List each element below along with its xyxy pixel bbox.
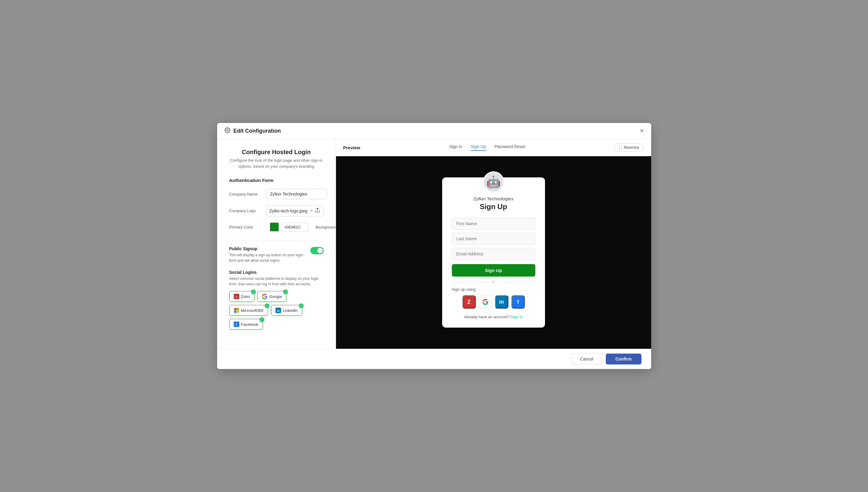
already-account-label: Already have an account? (464, 315, 509, 319)
google-check-badge: ✓ (283, 290, 288, 294)
preview-lastname-input[interactable] (452, 233, 535, 245)
facebook-button[interactable]: ✓ f Facebook (229, 319, 263, 330)
linkedin-label: LinkedIn (283, 308, 298, 313)
preview-content: 🤖 Zylker Technologies Sign Up Sign Up or (336, 156, 651, 349)
primary-color-swatch[interactable] (270, 222, 279, 231)
maximize-button[interactable]: Maximize (614, 143, 644, 152)
preview-social-icons: Z in f (463, 295, 525, 309)
preview-email-input[interactable] (452, 248, 535, 260)
logo-clear-button[interactable]: × (310, 208, 313, 213)
maximize-icon (619, 146, 623, 149)
edit-configuration-modal: Edit Configuration × Configure Hosted Lo… (217, 123, 651, 369)
facebook-check-badge: ✓ (259, 317, 264, 322)
modal-header: Edit Configuration × (217, 123, 651, 139)
avatar: 🤖 (483, 171, 504, 193)
linkedin-button[interactable]: ✓ in LinkedIn (271, 305, 302, 316)
public-signup-row: Public Signup This will display a sign-u… (229, 246, 324, 263)
svg-text:in: in (277, 309, 279, 313)
logo-input-wrapper: Zylke-tech-logo.jpeg × (266, 205, 324, 216)
preview-zoho-icon[interactable]: Z (463, 295, 476, 309)
zoho-check-badge: ✓ (251, 290, 256, 294)
modal-footer: Cancel Confirm (217, 349, 651, 369)
or-label: or (492, 279, 495, 284)
linkedin-check-badge: ✓ (299, 303, 304, 308)
zoho-icon: Z (234, 294, 239, 299)
confirm-button[interactable]: Confirm (606, 353, 641, 365)
zoho-label: Zoho (241, 294, 250, 299)
already-account-text: Already have an account? Sign In (464, 315, 523, 319)
divider-1 (229, 240, 324, 240)
public-signup-text: Public Signup This will display a sign-u… (229, 246, 310, 263)
social-buttons-group: ✓ Z Zoho ✓ (229, 291, 324, 330)
or-divider: or (452, 279, 535, 284)
preview-google-icon[interactable] (479, 295, 492, 309)
google-button[interactable]: ✓ Google (257, 291, 286, 302)
primary-color-label: Primary Color (229, 225, 262, 229)
modal-overlay: Edit Configuration × Configure Hosted Lo… (0, 0, 868, 492)
preview-signup-button[interactable]: Sign Up (452, 264, 535, 276)
cancel-button[interactable]: Cancel (571, 353, 602, 365)
public-signup-toggle[interactable] (310, 247, 324, 254)
company-name-row: Company Name (229, 189, 324, 199)
maximize-label: Maximize (624, 145, 639, 150)
right-panel: Preview Sign In Sign Up Password Reset M… (336, 139, 651, 349)
company-logo-label: Company Logo (229, 208, 262, 213)
tab-password-reset[interactable]: Password Reset (494, 144, 525, 151)
svg-point-0 (227, 130, 228, 131)
preview-facebook-icon[interactable]: f (511, 295, 525, 309)
facebook-icon: f (234, 322, 239, 327)
company-name-input[interactable] (266, 189, 327, 199)
linkedin-icon: in (276, 308, 281, 313)
social-logins-section: Social Logins Select common social platf… (229, 270, 324, 330)
primary-color-input[interactable] (281, 223, 308, 231)
preview-label: Preview (343, 145, 360, 150)
preview-linkedin-icon[interactable]: in (495, 295, 509, 309)
left-panel: Configure Hosted Login Configure the loo… (217, 139, 336, 349)
social-logins-title: Social Logins (229, 270, 324, 275)
panel-title: Configure Hosted Login (229, 149, 324, 156)
facebook-label: Facebook (241, 322, 258, 327)
svg-text:Z: Z (236, 296, 237, 298)
svg-rect-6 (234, 310, 236, 313)
modal-body: Configure Hosted Login Configure the loo… (217, 139, 651, 349)
modal-title: Edit Configuration (233, 128, 281, 134)
gear-icon (225, 127, 231, 134)
google-label: Google (269, 294, 282, 299)
company-logo-row: Company Logo Zylke-tech-logo.jpeg × (229, 205, 324, 216)
tab-signin[interactable]: Sign In (449, 144, 463, 151)
preview-company-name: Zylker Technologies (473, 196, 513, 201)
sign-up-using-label: Sign up using (452, 287, 476, 292)
logo-filename: Zylke-tech-logo.jpeg (269, 208, 308, 213)
preview-firstname-input[interactable] (452, 218, 535, 230)
logo-upload-button[interactable] (315, 207, 320, 214)
svg-rect-7 (236, 310, 239, 313)
modal-header-left: Edit Configuration (225, 127, 281, 134)
microsoft-check-badge: ✓ (265, 303, 269, 308)
close-button[interactable]: × (640, 127, 644, 134)
svg-rect-4 (234, 308, 236, 310)
public-signup-desc: This will display a sign-up button on yo… (229, 252, 310, 263)
preview-signup-heading: Sign Up (480, 202, 507, 211)
preview-header: Preview Sign In Sign Up Password Reset M… (336, 139, 651, 156)
tab-signup[interactable]: Sign Up (471, 144, 486, 151)
signup-card: 🤖 Zylker Technologies Sign Up Sign Up or (442, 177, 545, 327)
zoho-button[interactable]: ✓ Z Zoho (229, 291, 255, 302)
google-icon (262, 294, 267, 299)
company-name-label: Company Name (229, 192, 262, 196)
auth-form-section-title: Authentication Form (229, 178, 324, 183)
primary-color-picker (270, 222, 308, 231)
toggle-thumb (317, 248, 323, 253)
microsoft-label: Microsoft365 (241, 308, 263, 313)
preview-form: Sign Up (452, 218, 535, 276)
color-row: Primary Color Background (229, 222, 324, 231)
microsoft-button[interactable]: ✓ Microsoft365 (229, 305, 268, 316)
background-label: Background (316, 225, 336, 229)
preview-tabs: Sign In Sign Up Password Reset (449, 144, 525, 151)
avatar-robot-icon: 🤖 (486, 176, 500, 188)
toggle-track (310, 247, 324, 254)
sign-in-link[interactable]: Sign In (511, 315, 523, 319)
social-logins-desc: Select common social platforms to displa… (229, 276, 324, 287)
microsoft-icon (234, 308, 239, 313)
svg-rect-5 (236, 308, 239, 310)
panel-subtitle: Configure the look of the login page and… (229, 157, 324, 169)
